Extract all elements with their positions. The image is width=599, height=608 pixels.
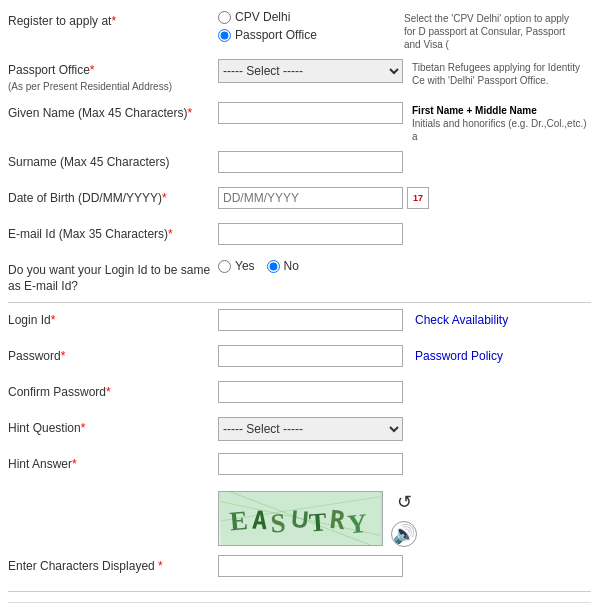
dob-input[interactable] <box>218 187 403 209</box>
password-row: Password* Password Policy <box>8 345 591 373</box>
svg-text:A: A <box>252 506 269 536</box>
email-row: E-mail Id (Max 35 Characters)* <box>8 223 591 251</box>
refresh-captcha-icon[interactable]: ↺ <box>391 489 417 515</box>
login-id-input-col: Check Availability <box>218 309 508 331</box>
captcha-image-col: E A S U T R Y ↺ 🔊 <box>218 489 417 547</box>
passport-office-select[interactable]: ----- Select ----- <box>218 59 403 83</box>
password-input-col: Password Policy <box>218 345 503 367</box>
passport-office-info: Tibetan Refugees applying for Identity C… <box>406 59 591 87</box>
captcha-input-col <box>218 555 406 577</box>
captcha-area: E A S U T R Y ↺ 🔊 <box>218 489 417 547</box>
date-wrapper <box>218 187 429 209</box>
captcha-image: E A S U T R Y <box>218 491 383 546</box>
divider-1 <box>8 302 591 303</box>
login-same-email-options: Yes No <box>218 259 406 273</box>
cpv-delhi-radio[interactable] <box>218 11 231 24</box>
form-buttons: Register Clear <box>8 602 591 608</box>
dob-row: Date of Birth (DD/MM/YYYY)* <box>8 187 591 215</box>
passport-office-input-col: ----- Select ----- <box>218 59 406 83</box>
given-name-input[interactable] <box>218 102 403 124</box>
given-name-info: First Name + Middle Name Initials and ho… <box>406 102 591 143</box>
cpv-delhi-label: CPV Delhi <box>235 10 290 24</box>
given-name-label: Given Name (Max 45 Characters)* <box>8 102 218 122</box>
confirm-password-input[interactable] <box>218 381 403 403</box>
password-policy-link[interactable]: Password Policy <box>409 349 503 363</box>
login-same-email-row: Do you want your Login Id to be same as … <box>8 259 591 294</box>
yes-radio[interactable] <box>218 260 231 273</box>
no-option[interactable]: No <box>267 259 299 273</box>
svg-text:T: T <box>308 507 327 537</box>
given-name-input-col <box>218 102 406 124</box>
passport-office-label: Passport Office <box>235 28 317 42</box>
login-id-row: Login Id* Check Availability <box>8 309 591 337</box>
svg-text:E: E <box>229 505 250 536</box>
hint-answer-label: Hint Answer* <box>8 453 218 473</box>
no-radio[interactable] <box>267 260 280 273</box>
captcha-input[interactable] <box>218 555 403 577</box>
audio-captcha-icon[interactable]: 🔊 <box>391 521 417 547</box>
login-id-input[interactable] <box>218 309 403 331</box>
login-same-email-label: Do you want your Login Id to be same as … <box>8 259 218 294</box>
email-label: E-mail Id (Max 35 Characters)* <box>8 223 218 243</box>
email-input-col <box>218 223 406 245</box>
passport-office-label-col: Passport Office* (As per Present Residen… <box>8 59 218 94</box>
svg-text:S: S <box>270 508 287 539</box>
captcha-image-label-spacer <box>8 489 218 493</box>
dob-input-col <box>218 187 429 209</box>
passport-office-row: Passport Office* (As per Present Residen… <box>8 59 591 94</box>
register-at-row: Register to apply at* CPV Delhi Passport… <box>8 10 591 51</box>
yes-option[interactable]: Yes <box>218 259 255 273</box>
svg-text:U: U <box>290 505 310 533</box>
hint-answer-row: Hint Answer* <box>8 453 591 481</box>
surname-row: Surname (Max 45 Characters) <box>8 151 591 179</box>
register-at-label: Register to apply at* <box>8 10 218 28</box>
captcha-image-row: E A S U T R Y ↺ 🔊 <box>8 489 591 547</box>
captcha-controls: ↺ 🔊 <box>391 489 417 547</box>
surname-label: Surname (Max 45 Characters) <box>8 151 218 171</box>
confirm-password-row: Confirm Password* <box>8 381 591 409</box>
cpv-delhi-option[interactable]: CPV Delhi <box>218 10 398 24</box>
password-input[interactable] <box>218 345 403 367</box>
surname-input-col <box>218 151 406 173</box>
dob-label: Date of Birth (DD/MM/YYYY)* <box>8 187 218 207</box>
check-availability-link[interactable]: Check Availability <box>409 313 508 327</box>
captcha-input-row: Enter Characters Displayed * <box>8 555 591 583</box>
hint-answer-input-col <box>218 453 406 475</box>
password-label: Password* <box>8 345 218 365</box>
captcha-input-label: Enter Characters Displayed * <box>8 555 218 575</box>
hint-answer-input[interactable] <box>218 453 403 475</box>
hint-question-select[interactable]: ----- Select ----- <box>218 417 403 441</box>
register-at-info: Select the 'CPV Delhi' option to apply f… <box>398 10 583 51</box>
calendar-icon[interactable] <box>407 187 429 209</box>
email-input[interactable] <box>218 223 403 245</box>
hint-question-row: Hint Question* ----- Select ----- <box>8 417 591 445</box>
confirm-password-input-col <box>218 381 406 403</box>
divider-2 <box>8 591 591 592</box>
hint-question-label: Hint Question* <box>8 417 218 437</box>
passport-office-radio[interactable] <box>218 29 231 42</box>
confirm-password-label: Confirm Password* <box>8 381 218 401</box>
registration-form: Register to apply at* CPV Delhi Passport… <box>0 0 599 608</box>
given-name-row: Given Name (Max 45 Characters)* First Na… <box>8 102 591 143</box>
svg-text:Y: Y <box>346 508 368 540</box>
yes-no-group: Yes No <box>218 259 299 273</box>
surname-input[interactable] <box>218 151 403 173</box>
register-at-options: CPV Delhi Passport Office <box>218 10 398 42</box>
hint-question-input-col: ----- Select ----- <box>218 417 406 441</box>
login-id-label: Login Id* <box>8 309 218 329</box>
passport-office-option[interactable]: Passport Office <box>218 28 398 42</box>
